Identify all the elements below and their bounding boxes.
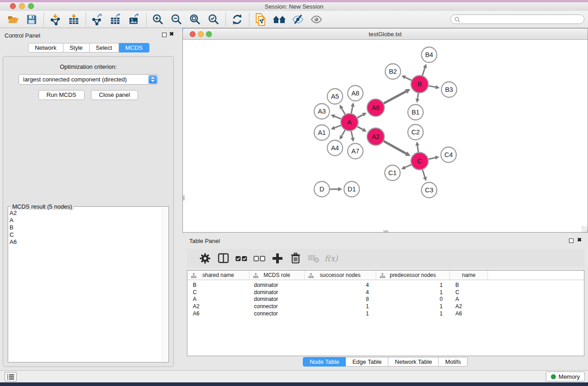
edge-B-B1[interactable] xyxy=(417,93,418,99)
export-network-icon[interactable] xyxy=(90,12,105,27)
column-header-mcds_role[interactable]: MCDS role xyxy=(249,271,305,280)
canvas-horizontal-scroll-thumb[interactable] xyxy=(383,230,388,232)
minimize-view-button[interactable] xyxy=(198,31,204,37)
graph-node-D[interactable]: D xyxy=(314,181,330,197)
close-table-panel-icon[interactable]: ✖ xyxy=(577,237,582,243)
float-panel-icon[interactable] xyxy=(162,33,167,37)
zoom-fit-icon[interactable] xyxy=(187,12,203,27)
zoom-selected-icon[interactable] xyxy=(206,12,221,27)
import-network-icon[interactable] xyxy=(48,12,63,27)
result-scrollbar[interactable] xyxy=(162,207,168,362)
open-file-icon[interactable] xyxy=(5,12,21,27)
close-window-button[interactable] xyxy=(10,3,16,9)
graph-node-B3[interactable]: B3 xyxy=(441,82,457,97)
tab-network[interactable]: Network xyxy=(28,43,63,52)
graph-node-C[interactable]: C xyxy=(411,152,428,170)
graph-node-A3[interactable]: A3 xyxy=(314,104,330,119)
graph-node-C4[interactable]: C4 xyxy=(441,147,456,162)
canvas-vertical-scroll-thumb[interactable] xyxy=(183,195,185,200)
table-row[interactable]: Cdominator41C xyxy=(187,289,584,296)
maximize-view-button[interactable] xyxy=(206,31,212,37)
edge-C-C1[interactable] xyxy=(405,165,411,167)
edge-A-A4[interactable] xyxy=(342,130,345,136)
close-panel-icon[interactable]: ✖ xyxy=(169,31,174,37)
edge-C-C3[interactable] xyxy=(422,170,425,177)
network-canvas[interactable]: B4B2BB3A8A5A6A3B1AC2A1A2A4A7C4CC1DD1C3 xyxy=(183,40,588,232)
graph-node-A8[interactable]: A8 xyxy=(348,86,363,101)
edge-A-A5[interactable] xyxy=(342,108,345,114)
houses-icon[interactable] xyxy=(272,12,287,27)
result-item[interactable]: B xyxy=(10,224,161,231)
edge-A-A2[interactable] xyxy=(358,127,363,130)
result-item[interactable]: A xyxy=(10,217,161,224)
tab-edge-table[interactable]: Edge Table xyxy=(346,357,388,367)
result-item[interactable]: A6 xyxy=(10,238,161,246)
export-image-icon[interactable] xyxy=(127,12,142,27)
edge-A-A3[interactable] xyxy=(335,116,341,119)
graph-node-D1[interactable]: D1 xyxy=(344,181,359,197)
eye-icon[interactable] xyxy=(309,12,324,27)
save-session-icon[interactable] xyxy=(24,12,39,27)
resize-grip-icon[interactable] xyxy=(582,226,588,232)
search-field[interactable] xyxy=(450,14,584,24)
result-item[interactable]: C xyxy=(10,231,161,238)
edge-A6-B[interactable] xyxy=(384,91,406,103)
tab-motifs[interactable]: Motifs xyxy=(439,357,468,367)
eye-slash-icon[interactable] xyxy=(290,12,306,27)
export-table-icon[interactable] xyxy=(108,12,124,27)
column-header-predecessor_nodes[interactable]: predecessor nodes xyxy=(376,271,450,280)
minimize-window-button[interactable] xyxy=(19,3,25,9)
column-header-successor_nodes[interactable]: successor nodes xyxy=(305,271,376,280)
tab-mcds[interactable]: MCDS xyxy=(119,43,149,52)
column-header-name[interactable]: name xyxy=(450,271,488,280)
delete-table-icon[interactable] xyxy=(305,251,323,266)
float-table-panel-icon[interactable] xyxy=(569,238,574,243)
graph-node-C2[interactable]: C2 xyxy=(408,124,423,140)
close-view-button[interactable] xyxy=(190,31,196,37)
delete-row-icon[interactable] xyxy=(287,251,305,266)
tab-style[interactable]: Style xyxy=(63,43,90,52)
graph-node-A[interactable]: A xyxy=(341,114,358,131)
graph-node-C1[interactable]: C1 xyxy=(385,165,400,181)
run-mcds-button[interactable]: Run MCDS xyxy=(38,90,85,100)
graph-node-A2[interactable]: A2 xyxy=(367,128,384,145)
graph-node-A5[interactable]: A5 xyxy=(327,89,343,104)
task-history-button[interactable] xyxy=(5,372,17,381)
table-row[interactable]: A2connector11A2 xyxy=(187,303,584,310)
edge-A-A7[interactable] xyxy=(351,131,353,138)
table-row[interactable]: Bdominator41B xyxy=(187,281,584,289)
refresh-icon[interactable] xyxy=(229,12,245,27)
deselect-checkboxes-icon[interactable] xyxy=(250,251,268,266)
graph-node-B2[interactable]: B2 xyxy=(385,64,401,79)
import-table-icon[interactable] xyxy=(66,12,81,27)
table-row[interactable]: A6connector11A6 xyxy=(187,310,584,317)
edge-A-A6[interactable] xyxy=(358,114,363,118)
memory-button[interactable]: Memory xyxy=(546,372,585,381)
graph-node-B[interactable]: B xyxy=(411,76,428,93)
edge-A-A8[interactable] xyxy=(351,106,353,113)
optimization-criterion-select[interactable]: largest connected component (directed) xyxy=(19,74,158,85)
graph-node-A7[interactable]: A7 xyxy=(348,143,363,159)
edge-A-A1[interactable] xyxy=(335,125,341,128)
tab-select[interactable]: Select xyxy=(90,43,119,52)
graph-node-B1[interactable]: B1 xyxy=(408,105,423,120)
add-row-icon[interactable] xyxy=(268,251,287,266)
network-graph[interactable]: B4B2BB3A8A5A6A3B1AC2A1A2A4A7C4CC1DD1C3 xyxy=(183,40,587,233)
edge-B-B4[interactable] xyxy=(422,68,425,76)
split-columns-icon[interactable] xyxy=(214,251,232,266)
dropdown-stepper-icon[interactable] xyxy=(148,75,157,84)
graph-node-A4[interactable]: A4 xyxy=(327,140,343,156)
search-input[interactable] xyxy=(463,16,576,23)
network-window-titlebar[interactable]: testGlobe.txt xyxy=(183,29,588,40)
select-checkboxes-icon[interactable] xyxy=(232,251,250,266)
edge-C-C4[interactable] xyxy=(429,157,435,159)
maximize-window-button[interactable] xyxy=(28,3,34,9)
zoom-in-icon[interactable] xyxy=(150,12,166,27)
graph-node-A1[interactable]: A1 xyxy=(314,125,330,140)
edge-B-B2[interactable] xyxy=(405,77,411,81)
edge-B-B3[interactable] xyxy=(429,86,436,87)
graph-node-A6[interactable]: A6 xyxy=(367,99,384,116)
edge-A2-C[interactable] xyxy=(383,141,406,154)
network-document-icon[interactable] xyxy=(253,12,268,27)
tab-node-table[interactable]: Node Table xyxy=(303,357,346,367)
